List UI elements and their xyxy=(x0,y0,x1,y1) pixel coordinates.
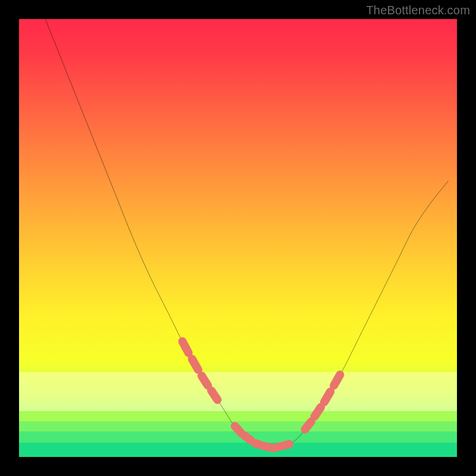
highlight-capsule xyxy=(192,359,198,369)
highlight-dots-trough xyxy=(235,426,289,448)
highlight-capsule xyxy=(202,376,208,386)
highlight-capsule xyxy=(305,422,311,430)
highlight-capsule xyxy=(211,390,217,399)
highlight-capsule xyxy=(283,444,289,446)
highlight-dots-left xyxy=(183,342,218,400)
plot-area xyxy=(19,19,457,457)
highlight-capsule xyxy=(254,443,260,445)
bottleneck-curve xyxy=(45,19,448,448)
highlight-capsule xyxy=(235,426,241,433)
highlight-capsule xyxy=(245,436,250,440)
curve-line xyxy=(45,19,448,448)
highlight-capsule xyxy=(324,392,330,402)
watermark-text: TheBottleneck.com xyxy=(366,4,470,17)
highlight-dots-right xyxy=(305,375,340,430)
highlight-capsule xyxy=(315,407,321,416)
curve-svg xyxy=(19,19,457,457)
highlight-capsule xyxy=(334,375,340,386)
highlight-capsule xyxy=(274,447,280,449)
highlight-capsule xyxy=(264,446,270,447)
highlight-capsule xyxy=(183,342,189,353)
chart-frame: TheBottleneck.com xyxy=(0,0,476,476)
